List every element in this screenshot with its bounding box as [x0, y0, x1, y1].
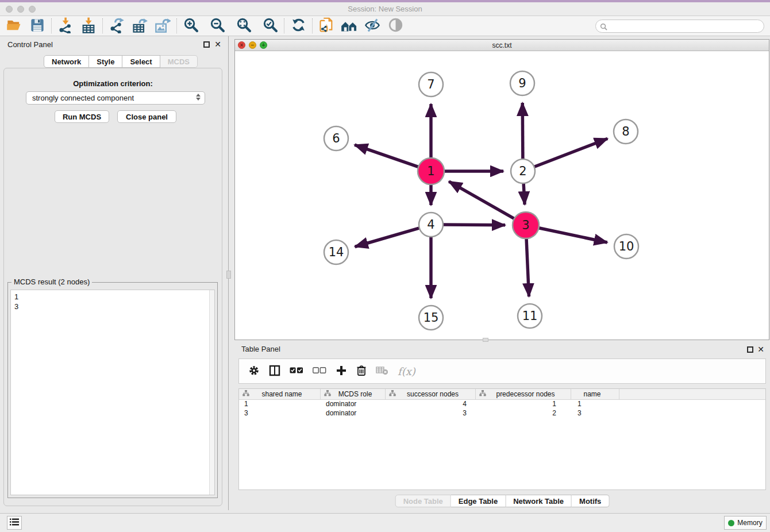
mcds-result-line: 1	[14, 292, 211, 302]
run-mcds-button[interactable]: Run MCDS	[55, 110, 109, 123]
add-row-button[interactable]	[336, 363, 347, 380]
tab-node-table[interactable]: Node Table	[395, 495, 451, 507]
export-table-button[interactable]	[130, 17, 149, 34]
node-table[interactable]: shared name MCDS role successor nodes pr…	[238, 388, 766, 490]
delete-table-button[interactable]	[376, 363, 388, 380]
column-header-predecessor-nodes[interactable]: predecessor nodes	[476, 389, 571, 399]
task-history-button[interactable]	[7, 516, 22, 530]
network-window-titlebar[interactable]: × − + scc.txt	[235, 40, 769, 51]
cell-successor-nodes[interactable]: 4	[386, 400, 476, 409]
cell-predecessor-nodes[interactable]: 2	[476, 409, 571, 418]
first-neighbors-icon	[341, 18, 358, 34]
graph-edge-2-9[interactable]	[522, 103, 523, 160]
close-panel-button[interactable]: Close panel	[117, 110, 176, 123]
graph-edge-3-11[interactable]	[526, 238, 529, 296]
first-neighbors-button[interactable]	[340, 17, 359, 34]
import-network-button[interactable]	[56, 17, 75, 34]
table-row[interactable]: 1 dominator 4 1 1	[239, 400, 765, 409]
zoom-in-button[interactable]	[181, 17, 201, 34]
float-panel-icon[interactable]	[203, 41, 210, 48]
graph-node-label: 14	[329, 245, 344, 259]
cell-predecessor-nodes[interactable]: 1	[476, 400, 571, 409]
table-panel-title: Table Panel	[241, 345, 280, 353]
vertical-splitter[interactable]	[226, 36, 234, 510]
graph-edge-4-3[interactable]	[442, 225, 505, 225]
cell-shared-name[interactable]: 1	[239, 400, 321, 409]
tab-motifs[interactable]: Motifs	[572, 495, 609, 507]
export-image-button[interactable]	[153, 17, 172, 34]
hide-selected-button[interactable]	[363, 17, 382, 34]
table-tabs: Node Table Edge Table Network Table Moti…	[395, 495, 610, 507]
network-graph-canvas[interactable]: 7968124314101511	[235, 51, 769, 340]
column-header-shared-name[interactable]: shared name	[239, 389, 321, 399]
main-toolbar	[0, 16, 770, 36]
export-image-icon	[155, 17, 171, 35]
graph-edge-3-10[interactable]	[538, 228, 607, 242]
delete-row-button[interactable]	[356, 363, 367, 380]
zoom-out-button[interactable]	[207, 17, 227, 34]
tab-select[interactable]: Select	[122, 55, 160, 68]
zoom-selected-icon	[263, 17, 278, 34]
gear-button[interactable]	[248, 363, 260, 380]
optimization-criterion-label: Optimization criterion:	[4, 79, 222, 88]
select-all-icon	[290, 367, 303, 376]
columns-button[interactable]	[269, 363, 280, 380]
toolbar-separator	[312, 18, 313, 33]
scrollbar[interactable]	[209, 290, 214, 495]
graph-edge-2-3[interactable]	[523, 183, 525, 205]
graph-edge-4-14[interactable]	[355, 228, 420, 247]
export-network-button[interactable]	[107, 17, 126, 34]
export-table-icon	[132, 17, 148, 35]
toolbar-separator	[176, 18, 177, 33]
show-all-icon	[388, 17, 403, 34]
close-panel-icon[interactable]: ✕	[757, 346, 764, 353]
column-header-mcds-role[interactable]: MCDS role	[321, 389, 386, 399]
tab-edge-table[interactable]: Edge Table	[451, 495, 506, 507]
cell-shared-name[interactable]: 3	[239, 409, 321, 418]
zoom-selected-button[interactable]	[260, 17, 280, 34]
search-input[interactable]	[595, 20, 764, 33]
import-table-button[interactable]	[79, 17, 98, 34]
open-file-button[interactable]	[5, 17, 24, 34]
mcds-result-title: MCDS result (2 nodes)	[11, 277, 92, 286]
optimization-criterion-select[interactable]: strongly connected component	[26, 91, 205, 105]
deselect-all-button[interactable]	[313, 363, 326, 380]
column-type-icon	[242, 390, 249, 398]
tab-network-table[interactable]: Network Table	[506, 495, 572, 507]
float-panel-icon[interactable]	[747, 346, 753, 353]
tab-style[interactable]: Style	[89, 55, 122, 68]
list-icon	[10, 518, 19, 527]
table-row[interactable]: 3 dominator 3 2 3	[239, 409, 765, 418]
cell-mcds-role[interactable]: dominator	[321, 400, 386, 409]
graph-node-label: 7	[427, 78, 434, 91]
cell-name[interactable]: 3	[571, 409, 619, 418]
hide-selected-icon	[364, 18, 380, 34]
toolbar-separator	[51, 18, 52, 33]
refresh-button[interactable]	[288, 17, 308, 34]
horizontal-splitter-grip[interactable]	[483, 338, 488, 342]
cell-successor-nodes[interactable]: 3	[386, 409, 476, 418]
graph-edge-1-6[interactable]	[355, 145, 419, 167]
tab-mcds[interactable]: MCDS	[160, 55, 198, 68]
graph-edge-3-1[interactable]	[449, 182, 515, 219]
select-all-button[interactable]	[290, 363, 303, 380]
graph-edge-2-8[interactable]	[534, 138, 608, 167]
clone-network-button[interactable]	[317, 17, 336, 34]
control-panel: Control Panel ✕ Network Style Select MCD…	[0, 36, 226, 510]
tab-network[interactable]: Network	[44, 55, 89, 68]
toolbar-separator	[284, 18, 284, 33]
function-builder-button[interactable]: f(x)	[398, 363, 415, 380]
column-header-successor-nodes[interactable]: successor nodes	[386, 389, 476, 399]
zoom-fit-button[interactable]	[234, 17, 253, 34]
column-header-name[interactable]: name	[571, 389, 619, 399]
splitter-grip[interactable]	[226, 271, 231, 279]
mcds-result-text[interactable]: 1 3	[10, 290, 215, 495]
close-panel-icon[interactable]: ✕	[214, 41, 221, 48]
cell-mcds-role[interactable]: dominator	[321, 409, 386, 418]
cell-name[interactable]: 1	[571, 400, 619, 409]
memory-button[interactable]: Memory	[724, 516, 767, 530]
graph-node-label: 9	[518, 76, 526, 90]
delete-icon	[356, 365, 367, 378]
show-all-button[interactable]	[386, 17, 405, 34]
save-session-button[interactable]	[28, 17, 47, 34]
